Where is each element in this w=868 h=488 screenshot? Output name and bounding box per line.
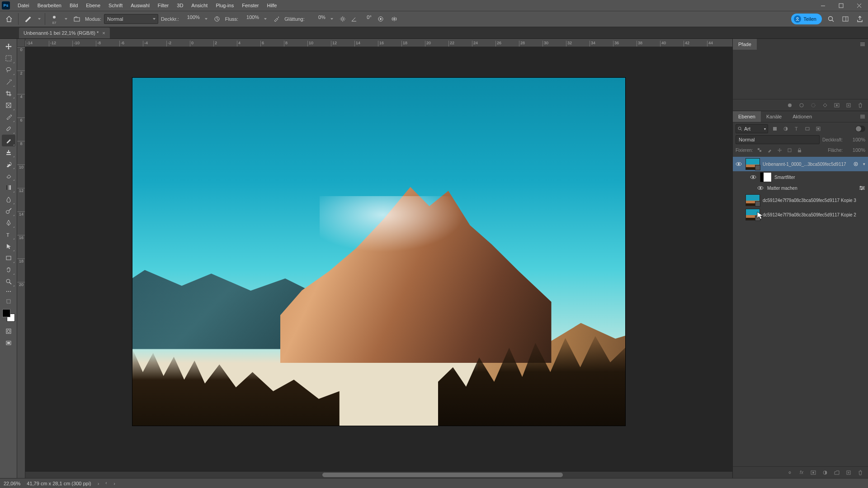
share-button[interactable]: Teilen — [791, 14, 822, 24]
screen-mode-toggle[interactable] — [2, 337, 15, 349]
marquee-tool[interactable] — [2, 52, 15, 64]
foreground-color-swatch[interactable] — [2, 309, 10, 317]
layer-name[interactable]: dc59124e7f79a08c3bca509fec5d9117 Kopie 2 — [763, 212, 868, 217]
layers-tab[interactable]: Ebenen — [733, 111, 761, 122]
blend-mode-dropdown[interactable]: Normal — [104, 14, 158, 24]
status-next[interactable]: › — [113, 481, 115, 486]
menu-window[interactable]: Fenster — [238, 0, 263, 11]
actions-tab[interactable]: Aktionen — [787, 111, 817, 122]
filter-type-button[interactable]: T — [793, 125, 801, 133]
scrollbar-thumb[interactable] — [322, 473, 563, 477]
fill-path-button[interactable] — [785, 101, 795, 110]
paths-tab[interactable]: Pfade — [733, 39, 757, 50]
export-button[interactable] — [854, 14, 865, 24]
channels-tab[interactable]: Kanäle — [761, 111, 787, 122]
menu-file[interactable]: Datei — [14, 0, 33, 11]
path-to-selection-button[interactable] — [808, 101, 818, 110]
opacity-input[interactable]: 100% — [182, 14, 201, 23]
ruler-horizontal[interactable]: -14-12-10-8-6-4-202468101214161820222426… — [25, 39, 732, 47]
new-adjustment-button[interactable] — [820, 468, 830, 477]
gradient-tool[interactable] — [2, 182, 15, 193]
zoom-level[interactable]: 22,06% — [4, 481, 20, 486]
layer-row[interactable]: dc59124e7f79a08c3bca509fec5d9117 Kopie 3 — [733, 193, 868, 207]
filter-toggle[interactable] — [855, 126, 865, 132]
layer-visibility-toggle[interactable] — [756, 186, 764, 190]
smoothing-input[interactable]: 0% — [307, 14, 326, 23]
window-minimize[interactable] — [814, 0, 832, 11]
layer-fx-button[interactable]: fx — [797, 468, 807, 477]
quick-select-tool[interactable] — [2, 76, 15, 88]
layer-opacity-input[interactable]: 100% — [845, 137, 865, 142]
stamp-tool[interactable] — [2, 146, 15, 158]
delete-layer-button[interactable] — [855, 468, 865, 477]
window-maximize[interactable] — [832, 0, 850, 11]
pen-tool[interactable] — [2, 217, 15, 229]
document-info[interactable]: 41,79 cm x 28,1 cm (300 ppi) — [27, 481, 91, 486]
layer-row[interactable]: Unbenannt-1_0000_...3bca509fec5d9117 ▾ — [733, 157, 868, 171]
brush-picker-dropdown[interactable] — [63, 14, 69, 23]
menu-type[interactable]: Schrift — [104, 0, 127, 11]
crop-tool[interactable] — [2, 88, 15, 99]
layer-row-filter-entry[interactable]: Matter machen — [733, 183, 868, 193]
layer-filter-kind[interactable]: Art ▾ — [736, 124, 768, 133]
move-tool[interactable] — [2, 41, 15, 52]
horizontal-scrollbar[interactable] — [25, 472, 732, 478]
status-prev[interactable]: › — [105, 481, 107, 486]
fill-input[interactable]: 100% — [845, 147, 865, 153]
quick-mask-toggle[interactable] — [2, 325, 15, 337]
smoothing-dropdown[interactable] — [329, 14, 335, 23]
filter-shape-button[interactable] — [803, 125, 811, 133]
zoom-tool[interactable] — [2, 276, 15, 287]
lock-transparency-button[interactable] — [755, 146, 764, 154]
filter-adjustment-button[interactable] — [782, 125, 790, 133]
brush-preview[interactable] — [48, 14, 61, 21]
stroke-path-button[interactable] — [797, 101, 807, 110]
flow-input[interactable]: 100% — [241, 14, 260, 23]
status-info-dropdown[interactable]: › — [98, 481, 99, 486]
filter-smartobject-button[interactable] — [814, 125, 822, 133]
healing-tool[interactable] — [2, 123, 15, 135]
filter-mask-thumbnail[interactable] — [760, 172, 772, 182]
search-button[interactable] — [826, 14, 836, 24]
lock-artboard-button[interactable] — [785, 146, 793, 154]
more-tools[interactable] — [2, 287, 15, 296]
link-layers-button[interactable] — [785, 468, 795, 477]
layer-name[interactable]: dc59124e7f79a08c3bca509fec5d9117 Kopie 3 — [763, 198, 868, 203]
edit-toolbar[interactable] — [2, 296, 15, 307]
window-close[interactable] — [850, 0, 868, 11]
pressure-size-toggle[interactable] — [375, 14, 386, 24]
filter-options-icon[interactable] — [859, 186, 865, 190]
lock-position-button[interactable] — [775, 146, 783, 154]
menu-view[interactable]: Ansicht — [187, 0, 212, 11]
menu-filter[interactable]: Filter — [154, 0, 173, 11]
opacity-dropdown[interactable] — [203, 14, 209, 23]
layer-name[interactable]: Unbenannt-1_0000_...3bca509fec5d9117 — [763, 162, 850, 167]
brush-settings-button[interactable] — [71, 14, 82, 24]
add-mask-button[interactable] — [832, 101, 842, 110]
layer-row[interactable]: dc59124e7f79a08c3bca509fec5d9117 Kopie 2 — [733, 207, 868, 222]
blur-tool[interactable] — [2, 193, 15, 205]
airbrush-toggle[interactable] — [271, 14, 282, 24]
delete-path-button[interactable] — [855, 101, 865, 110]
symmetry-button[interactable] — [389, 14, 400, 24]
brush-tool-indicator[interactable] — [21, 13, 34, 25]
brush-tool[interactable] — [2, 135, 15, 146]
ruler-vertical[interactable]: 02468101214161820 — [17, 47, 25, 478]
new-layer-button[interactable] — [844, 468, 854, 477]
menu-edit[interactable]: Bearbeiten — [33, 0, 66, 11]
workspace-button[interactable] — [840, 14, 851, 24]
type-tool[interactable]: T — [2, 229, 15, 240]
hand-tool[interactable] — [2, 264, 15, 276]
layer-row-smartfilter[interactable]: Smartfilter — [733, 171, 868, 183]
layer-blend-mode-dropdown[interactable]: Normal — [736, 135, 820, 144]
menu-help[interactable]: Hilfe — [263, 0, 281, 11]
home-button[interactable] — [3, 13, 15, 25]
document-tab[interactable]: Unbenannt-1 bei 22,1% (RGB/8) * × — [19, 28, 110, 38]
canvas-viewport[interactable] — [25, 47, 732, 478]
selection-to-path-button[interactable] — [820, 101, 830, 110]
frame-tool[interactable] — [2, 99, 15, 111]
lasso-tool[interactable] — [2, 64, 15, 76]
layer-name[interactable]: Smartfilter — [774, 175, 868, 180]
filter-pixel-button[interactable] — [771, 125, 779, 133]
eraser-tool[interactable] — [2, 170, 15, 182]
